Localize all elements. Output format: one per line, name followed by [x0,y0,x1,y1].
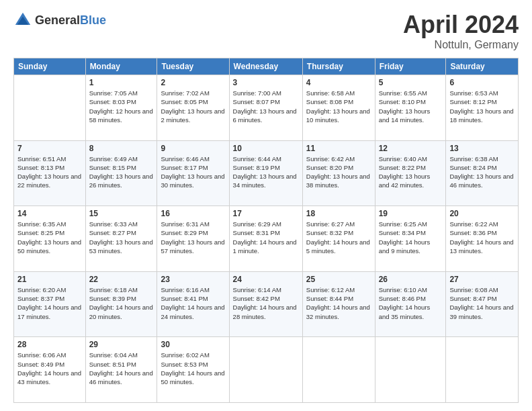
calendar-cell: 29Sunrise: 6:04 AM Sunset: 8:51 PM Dayli… [85,337,157,403]
weekday-header-row: Sunday Monday Tuesday Wednesday Thursday… [14,58,519,75]
calendar-cell: 26Sunrise: 6:10 AM Sunset: 8:46 PM Dayli… [375,271,446,337]
calendar-cell: 12Sunrise: 6:40 AM Sunset: 8:22 PM Dayli… [375,140,446,206]
day-number: 6 [449,78,515,87]
day-info: Sunrise: 6:20 AM Sunset: 8:37 PM Dayligh… [17,285,82,321]
day-info: Sunrise: 6:42 AM Sunset: 8:20 PM Dayligh… [306,154,371,190]
day-number: 8 [89,144,154,153]
header-thursday: Thursday [302,58,375,75]
calendar-week-0: 1Sunrise: 7:05 AM Sunset: 8:03 PM Daylig… [14,75,519,141]
day-info: Sunrise: 6:55 AM Sunset: 8:10 PM Dayligh… [379,89,443,124]
day-number: 1 [89,78,154,87]
logo: GeneralBlue [13,11,106,30]
calendar-cell: 27Sunrise: 6:08 AM Sunset: 8:47 PM Dayli… [446,271,519,337]
calendar-cell: 3Sunrise: 7:00 AM Sunset: 8:07 PM Daylig… [229,75,302,141]
day-number: 30 [161,340,225,349]
calendar-cell: 28Sunrise: 6:06 AM Sunset: 8:49 PM Dayli… [14,337,86,403]
calendar-cell: 21Sunrise: 6:20 AM Sunset: 8:37 PM Dayli… [14,271,86,337]
day-number: 3 [233,78,299,87]
day-info: Sunrise: 6:06 AM Sunset: 8:49 PM Dayligh… [17,351,82,386]
calendar-cell: 20Sunrise: 6:22 AM Sunset: 8:36 PM Dayli… [446,206,519,272]
header-saturday: Saturday [446,58,519,75]
calendar-week-4: 28Sunrise: 6:06 AM Sunset: 8:49 PM Dayli… [14,337,519,403]
day-number: 22 [89,275,154,284]
day-number: 26 [379,275,443,284]
calendar-cell: 5Sunrise: 6:55 AM Sunset: 8:10 PM Daylig… [375,75,446,141]
day-info: Sunrise: 6:16 AM Sunset: 8:41 PM Dayligh… [161,285,225,321]
day-number: 11 [306,144,371,153]
calendar-cell: 30Sunrise: 6:02 AM Sunset: 8:53 PM Dayli… [157,337,229,403]
calendar-cell: 8Sunrise: 6:49 AM Sunset: 8:15 PM Daylig… [85,140,157,206]
day-info: Sunrise: 6:02 AM Sunset: 8:53 PM Dayligh… [161,351,225,386]
logo-icon [13,11,32,30]
day-number: 15 [89,209,154,218]
calendar-cell: 13Sunrise: 6:38 AM Sunset: 8:24 PM Dayli… [446,140,519,206]
calendar-cell: 14Sunrise: 6:35 AM Sunset: 8:25 PM Dayli… [14,206,86,272]
header-friday: Friday [375,58,446,75]
calendar-week-2: 14Sunrise: 6:35 AM Sunset: 8:25 PM Dayli… [14,206,519,272]
day-info: Sunrise: 6:29 AM Sunset: 8:31 PM Dayligh… [233,220,299,255]
day-number: 29 [89,340,154,349]
day-number: 16 [161,209,225,218]
day-number: 5 [379,78,443,87]
day-info: Sunrise: 6:46 AM Sunset: 8:17 PM Dayligh… [161,154,225,190]
calendar-cell: 6Sunrise: 6:53 AM Sunset: 8:12 PM Daylig… [446,75,519,141]
day-info: Sunrise: 7:02 AM Sunset: 8:05 PM Dayligh… [161,89,225,124]
day-number: 23 [161,275,225,284]
calendar-cell: 25Sunrise: 6:12 AM Sunset: 8:44 PM Dayli… [302,271,375,337]
day-info: Sunrise: 6:10 AM Sunset: 8:46 PM Dayligh… [379,285,443,321]
day-number: 20 [449,209,515,218]
calendar-cell: 9Sunrise: 6:46 AM Sunset: 8:17 PM Daylig… [157,140,229,206]
calendar-cell: 24Sunrise: 6:14 AM Sunset: 8:42 PM Dayli… [229,271,302,337]
day-number: 19 [379,209,443,218]
calendar-cell [14,75,86,141]
calendar-week-1: 7Sunrise: 6:51 AM Sunset: 8:13 PM Daylig… [14,140,519,206]
day-info: Sunrise: 6:58 AM Sunset: 8:08 PM Dayligh… [306,89,371,124]
logo-text: GeneralBlue [35,13,106,28]
day-number: 13 [449,144,515,153]
day-info: Sunrise: 6:38 AM Sunset: 8:24 PM Dayligh… [449,154,515,190]
day-number: 25 [306,275,371,284]
calendar-cell: 19Sunrise: 6:25 AM Sunset: 8:34 PM Dayli… [375,206,446,272]
calendar-cell: 15Sunrise: 6:33 AM Sunset: 8:27 PM Dayli… [85,206,157,272]
day-info: Sunrise: 6:27 AM Sunset: 8:32 PM Dayligh… [306,220,371,255]
calendar-cell: 1Sunrise: 7:05 AM Sunset: 8:03 PM Daylig… [85,75,157,141]
day-info: Sunrise: 6:33 AM Sunset: 8:27 PM Dayligh… [89,220,154,255]
day-info: Sunrise: 6:40 AM Sunset: 8:22 PM Dayligh… [379,154,443,190]
header-tuesday: Tuesday [157,58,229,75]
calendar-cell: 4Sunrise: 6:58 AM Sunset: 8:08 PM Daylig… [302,75,375,141]
location-title: Nottuln, Germany [403,39,519,51]
calendar-table: Sunday Monday Tuesday Wednesday Thursday… [13,58,519,403]
day-info: Sunrise: 6:04 AM Sunset: 8:51 PM Dayligh… [89,351,154,386]
title-area: April 2024 Nottuln, Germany [403,11,519,51]
calendar-cell: 11Sunrise: 6:42 AM Sunset: 8:20 PM Dayli… [302,140,375,206]
calendar-cell [229,337,302,403]
calendar-cell: 2Sunrise: 7:02 AM Sunset: 8:05 PM Daylig… [157,75,229,141]
calendar-cell [375,337,446,403]
logo-general: General [35,13,80,27]
day-info: Sunrise: 6:44 AM Sunset: 8:19 PM Dayligh… [233,154,299,190]
day-number: 21 [17,275,82,284]
calendar-cell [302,337,375,403]
day-info: Sunrise: 6:18 AM Sunset: 8:39 PM Dayligh… [89,285,154,321]
day-info: Sunrise: 7:00 AM Sunset: 8:07 PM Dayligh… [233,89,299,124]
calendar-cell: 7Sunrise: 6:51 AM Sunset: 8:13 PM Daylig… [14,140,86,206]
day-number: 2 [161,78,225,87]
calendar-cell: 22Sunrise: 6:18 AM Sunset: 8:39 PM Dayli… [85,271,157,337]
day-info: Sunrise: 6:08 AM Sunset: 8:47 PM Dayligh… [449,285,515,321]
day-info: Sunrise: 6:35 AM Sunset: 8:25 PM Dayligh… [17,220,82,255]
day-number: 10 [233,144,299,153]
day-number: 17 [233,209,299,218]
day-number: 24 [233,275,299,284]
calendar-cell: 23Sunrise: 6:16 AM Sunset: 8:41 PM Dayli… [157,271,229,337]
calendar-cell: 16Sunrise: 6:31 AM Sunset: 8:29 PM Dayli… [157,206,229,272]
day-info: Sunrise: 6:14 AM Sunset: 8:42 PM Dayligh… [233,285,299,321]
day-info: Sunrise: 6:31 AM Sunset: 8:29 PM Dayligh… [161,220,225,255]
calendar-week-3: 21Sunrise: 6:20 AM Sunset: 8:37 PM Dayli… [14,271,519,337]
day-number: 18 [306,209,371,218]
day-info: Sunrise: 6:51 AM Sunset: 8:13 PM Dayligh… [17,154,82,190]
header-wednesday: Wednesday [229,58,302,75]
logo-blue: Blue [80,13,106,27]
header-sunday: Sunday [14,58,86,75]
calendar-cell: 17Sunrise: 6:29 AM Sunset: 8:31 PM Dayli… [229,206,302,272]
day-info: Sunrise: 6:53 AM Sunset: 8:12 PM Dayligh… [449,89,515,124]
